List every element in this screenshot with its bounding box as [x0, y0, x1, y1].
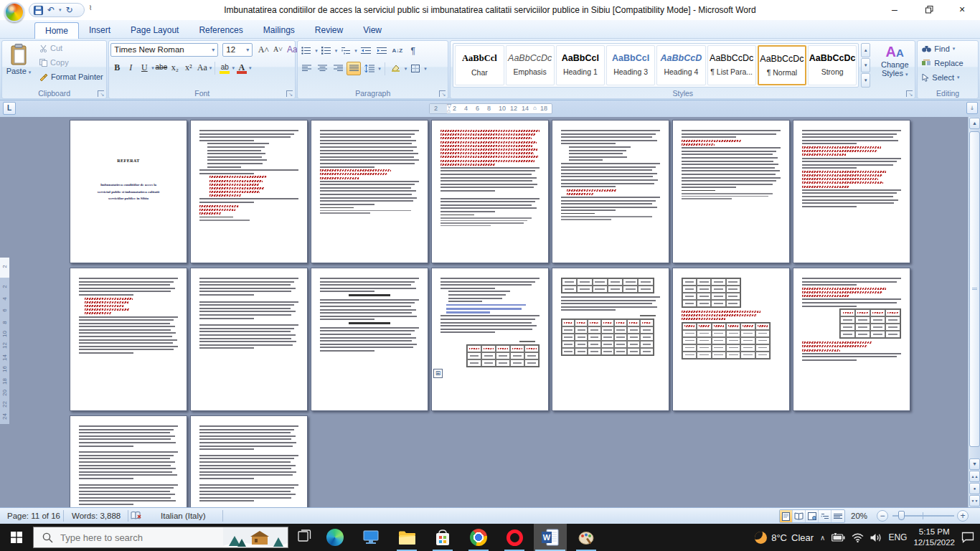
style-normal[interactable]: AaBbCcDc¶ Normal	[758, 45, 806, 85]
zoom-out-button[interactable]: −	[877, 510, 888, 522]
chevron-down-icon[interactable]: ▾	[212, 44, 215, 56]
document-page[interactable]	[793, 268, 910, 411]
highlight-dropdown-icon[interactable]: ▾	[232, 65, 235, 71]
vertical-scrollbar[interactable]: ▲ ▼ ▲▲ ● ▼▼	[968, 117, 980, 507]
decrease-indent-button[interactable]	[359, 44, 373, 57]
style-list-paragraph[interactable]: AaBbCcDc¶ List Para...	[707, 45, 756, 85]
document-page[interactable]	[793, 120, 910, 263]
change-case-dropdown-icon[interactable]: ▾	[209, 65, 212, 71]
document-page[interactable]	[552, 268, 669, 411]
view-ruler-toggle-button[interactable]: ⫰	[966, 102, 978, 114]
taskbar-icon-paint[interactable]	[570, 524, 603, 551]
weather-widget[interactable]: 8°C Clear	[755, 532, 814, 544]
bullets-button[interactable]	[299, 44, 314, 57]
hidden-icons-chevron-icon[interactable]: ∧	[820, 534, 825, 542]
document-page[interactable]	[672, 120, 790, 263]
undo-dropdown-icon[interactable]: ▾	[59, 7, 62, 13]
word-count[interactable]: Words: 3,888	[66, 508, 126, 524]
document-page[interactable]	[672, 268, 790, 411]
style-emphasis[interactable]: AaBbCcDcEmphasis	[506, 45, 555, 85]
justify-button[interactable]	[347, 62, 361, 75]
bold-button[interactable]: B	[110, 61, 123, 75]
taskbar-icon-this-pc[interactable]	[354, 524, 387, 551]
zoom-slider-thumb[interactable]	[898, 511, 905, 520]
paragraph-dialog-launcher-icon[interactable]: ↘	[439, 90, 446, 97]
tab-home[interactable]: Home	[34, 22, 79, 39]
taskbar-icon-opera[interactable]	[498, 524, 531, 551]
right-indent-marker[interactable]: ⌂	[533, 105, 537, 111]
minimize-button[interactable]: –	[881, 0, 908, 20]
tab-view[interactable]: View	[353, 22, 392, 39]
strikethrough-button[interactable]: abe	[155, 61, 168, 75]
sort-button[interactable]: A↓Z	[390, 44, 405, 57]
taskbar-icon-file-explorer[interactable]	[390, 524, 423, 551]
show-hide-pilcrow-button[interactable]: ¶	[406, 44, 420, 57]
styles-dialog-launcher-icon[interactable]: ↘	[906, 90, 913, 97]
paste-dropdown-icon[interactable]: ▾	[29, 70, 32, 75]
style-heading-4[interactable]: AaBbCcDHeading 4	[656, 45, 705, 85]
undo-icon[interactable]: ↶	[47, 4, 55, 17]
document-page[interactable]	[190, 268, 308, 411]
superscript-button[interactable]: x²	[182, 61, 195, 75]
action-center-icon[interactable]	[961, 532, 974, 543]
volume-icon[interactable]	[870, 533, 882, 542]
taskbar-icon-word[interactable]: W	[534, 524, 567, 551]
previous-page-button[interactable]: ▲▲	[969, 471, 980, 482]
clipboard-dialog-launcher-icon[interactable]: ↘	[98, 90, 104, 97]
document-page[interactable]	[190, 415, 308, 507]
proofing-status-icon[interactable]	[131, 511, 142, 520]
gallery-more-icon[interactable]: ▼	[861, 73, 870, 88]
next-page-button[interactable]: ▼▼	[969, 495, 980, 507]
web-layout-view-button[interactable]	[806, 510, 819, 522]
taskbar-icon-edge[interactable]	[319, 524, 352, 551]
outline-view-button[interactable]	[819, 510, 831, 522]
change-case-button[interactable]: Aa	[196, 61, 209, 75]
change-styles-button[interactable]: AA Change Styles ▾	[874, 42, 915, 87]
hanging-indent-marker[interactable]: ⌂	[447, 108, 451, 114]
shrink-font-button[interactable]: A˅	[271, 43, 284, 57]
taskbar-search[interactable]	[33, 527, 288, 548]
search-input[interactable]	[60, 532, 211, 543]
document-page[interactable]	[431, 268, 549, 411]
restore-button[interactable]	[915, 0, 943, 20]
gallery-scroll-up-icon[interactable]: ▲	[861, 43, 870, 57]
page-indicator[interactable]: Page: 11 of 16	[1, 508, 66, 524]
align-center-button[interactable]	[315, 62, 329, 75]
scroll-down-button[interactable]: ▼	[969, 458, 980, 470]
save-icon[interactable]	[34, 6, 43, 15]
taskbar-icon-chrome[interactable]	[462, 524, 495, 551]
document-page[interactable]: REFERATImbunatatirea conditiilor de acce…	[70, 120, 187, 263]
italic-button[interactable]: I	[124, 61, 137, 75]
print-layout-view-button[interactable]	[780, 510, 793, 522]
cut-button[interactable]: Cut	[39, 44, 62, 52]
style-heading-3[interactable]: AaBbCcIHeading 3	[606, 45, 655, 85]
style-strong[interactable]: AaBbCcDcStrong	[808, 45, 857, 85]
find-button[interactable]: Find▾	[922, 44, 955, 53]
copy-button[interactable]: Copy	[39, 58, 69, 67]
select-button[interactable]: Select▾	[922, 73, 959, 82]
multilevel-list-button[interactable]	[339, 44, 353, 57]
battery-icon[interactable]	[831, 533, 845, 542]
text-highlight-button[interactable]: ab	[218, 61, 231, 75]
clock[interactable]: 5:15 PM 12/15/2022	[913, 527, 955, 548]
style-heading-1[interactable]: AaBbCclHeading 1	[556, 45, 605, 85]
redo-icon[interactable]: ↻	[66, 4, 73, 17]
horizontal-ruler[interactable]: ▽ ⌂ ⌂ 2246810121418	[429, 103, 552, 114]
font-color-dropdown-icon[interactable]: ▾	[249, 65, 252, 71]
paste-button[interactable]: Paste ▾	[4, 42, 34, 85]
borders-button[interactable]	[408, 62, 423, 75]
document-page[interactable]	[552, 120, 669, 263]
font-color-button[interactable]: A	[235, 61, 248, 75]
align-left-button[interactable]	[299, 62, 314, 75]
numbering-button[interactable]	[319, 44, 334, 57]
select-browse-object-button[interactable]: ●	[969, 483, 980, 494]
zoom-in-button[interactable]: +	[957, 510, 969, 522]
replace-button[interactable]: Replace	[922, 59, 963, 67]
document-page[interactable]	[70, 415, 187, 507]
line-spacing-button[interactable]	[362, 62, 377, 75]
customize-qat-icon[interactable]: ⌇	[89, 4, 92, 11]
font-dialog-launcher-icon[interactable]: ↘	[286, 90, 293, 97]
gallery-scroll-down-icon[interactable]: ▼	[861, 58, 870, 72]
tab-review[interactable]: Review	[305, 22, 353, 39]
close-button[interactable]: ×	[948, 0, 976, 20]
